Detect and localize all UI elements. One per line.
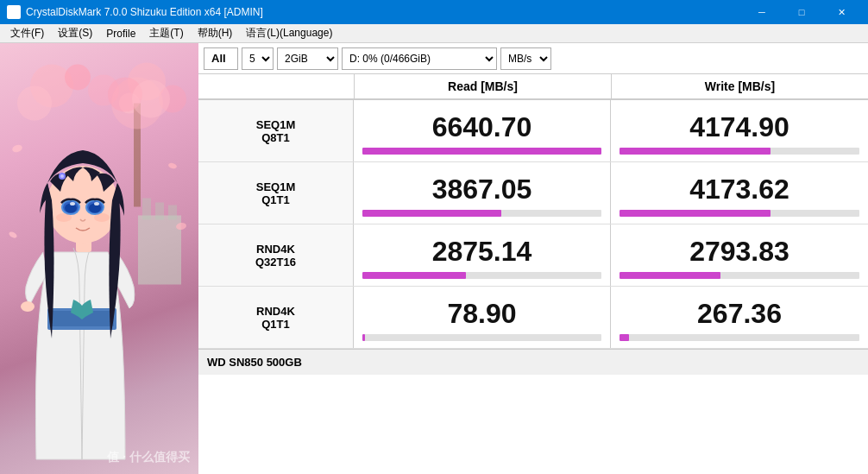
bench-read-bar-3 <box>362 334 601 341</box>
drive-select[interactable]: D: 0% (0/466GiB) <box>342 47 497 70</box>
all-button[interactable]: All <box>204 47 238 70</box>
bench-write-bar-0 <box>620 148 859 155</box>
title-text: CrystalDiskMark 7.0.0 Shizuku Edition x6… <box>26 6 742 18</box>
unit-select[interactable]: MB/s GB/s IOPS <box>500 47 551 70</box>
svg-point-30 <box>56 213 72 222</box>
bench-write-3: 267.36 <box>611 287 868 348</box>
bench-read-0: 6640.70 <box>354 100 611 161</box>
svg-point-21 <box>60 174 64 178</box>
menu-settings[interactable]: 设置(S) <box>51 24 99 43</box>
svg-point-31 <box>94 213 110 222</box>
maximize-button[interactable]: □ <box>782 0 821 24</box>
col-header-label <box>198 74 354 98</box>
close-button[interactable]: ✕ <box>821 0 861 24</box>
status-bar: WD SN850 500GB <box>198 349 868 375</box>
bench-write-bar-3 <box>620 334 859 341</box>
svg-point-17 <box>21 301 35 312</box>
bench-write-bar-1 <box>620 210 859 217</box>
main-content: 值 · 什么值得买 All 5 1 3 9 2GiB 1GiB 512MiB 2… <box>0 43 868 474</box>
bench-label-3: RND4K Q1T1 <box>198 287 354 348</box>
svg-point-35 <box>175 222 186 231</box>
bench-write-bar-2 <box>620 272 859 279</box>
bench-label-2: RND4K Q32T16 <box>198 224 354 286</box>
status-text: WD SN850 500GB <box>207 356 302 369</box>
controls-row: All 5 1 3 9 2GiB 1GiB 512MiB 256MiB D: 0… <box>198 43 868 74</box>
bench-read-1: 3867.05 <box>354 162 611 224</box>
menu-language[interactable]: 语言(L)(Language) <box>239 24 339 43</box>
svg-point-25 <box>70 202 75 205</box>
menu-theme[interactable]: 主题(T) <box>142 24 190 43</box>
column-headers: Read [MB/s] Write [MB/s] <box>198 74 868 100</box>
watermark: 值 · 什么值得买 <box>107 450 190 465</box>
minimize-button[interactable]: ─ <box>742 0 782 24</box>
svg-point-29 <box>94 202 99 205</box>
menu-bar: 文件(F) 设置(S) Profile 主题(T) 帮助(H) 语言(L)(La… <box>0 24 868 43</box>
count-select[interactable]: 5 1 3 9 <box>242 47 274 70</box>
size-select[interactable]: 2GiB 1GiB 512MiB 256MiB <box>277 47 338 70</box>
menu-profile[interactable]: Profile <box>99 24 142 43</box>
svg-point-33 <box>167 162 177 169</box>
bench-write-2: 2793.83 <box>611 224 868 286</box>
menu-help[interactable]: 帮助(H) <box>191 24 240 43</box>
benchmark-panel: All 5 1 3 9 2GiB 1GiB 512MiB 256MiB D: 0… <box>198 43 868 474</box>
title-bar: CrystalDiskMark 7.0.0 Shizuku Edition x6… <box>0 0 868 24</box>
col-header-read: Read [MB/s] <box>354 74 611 98</box>
bench-write-1: 4173.62 <box>611 162 868 224</box>
svg-point-32 <box>11 143 23 154</box>
svg-point-34 <box>8 231 18 239</box>
bench-row-rnd4k-q32t16: RND4K Q32T16 2875.14 2793.83 <box>198 224 868 287</box>
menu-file[interactable]: 文件(F) <box>3 24 51 43</box>
character-panel: 值 · 什么值得买 <box>0 43 198 474</box>
bench-read-bar-0 <box>362 148 601 155</box>
bench-row-seq1m-q1t1: SEQ1M Q1T1 3867.05 4173.62 <box>198 162 868 224</box>
bench-read-2: 2875.14 <box>354 224 611 286</box>
col-header-write: Write [MB/s] <box>611 74 868 98</box>
app-icon <box>7 5 21 19</box>
anime-character <box>0 65 198 474</box>
bench-row-rnd4k-q1t1: RND4K Q1T1 78.90 267.36 <box>198 287 868 349</box>
window-controls: ─ □ ✕ <box>742 0 861 24</box>
bench-row-seq1m-q8t1: SEQ1M Q8T1 6640.70 4174.90 <box>198 100 868 162</box>
bench-read-bar-2 <box>362 272 601 279</box>
bench-label-1: SEQ1M Q1T1 <box>198 162 354 224</box>
bench-read-3: 78.90 <box>354 287 611 348</box>
bench-label-0: SEQ1M Q8T1 <box>198 100 354 161</box>
bench-read-bar-1 <box>362 210 601 217</box>
bench-write-0: 4174.90 <box>611 100 868 161</box>
